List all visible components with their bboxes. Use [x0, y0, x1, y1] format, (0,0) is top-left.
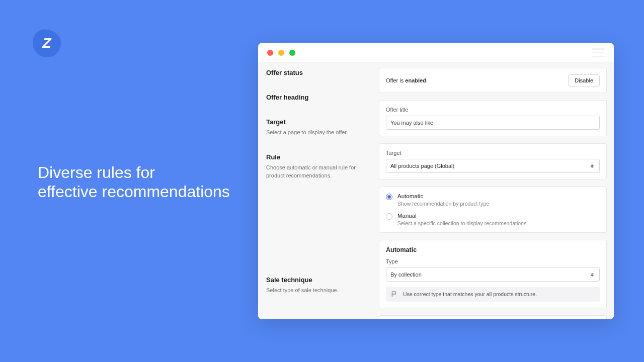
section-label: Offer heading	[266, 94, 371, 101]
status-value: enabled	[405, 77, 426, 83]
sale-technique-card: Type Cross Sell	[379, 315, 607, 319]
left-spacer	[266, 197, 371, 276]
section-header-rule: Rule Choose automatic or manual rule for…	[266, 153, 371, 179]
rule-automatic-desc: Show recommendation by product type	[397, 201, 489, 207]
hero-line-1: Diverse rules for	[38, 163, 230, 182]
disable-offer-button[interactable]: Disable	[568, 74, 600, 86]
automatic-type-label: Type	[386, 258, 600, 264]
offer-status-text: Offer is enabled.	[386, 77, 428, 83]
radio-icon	[386, 194, 392, 200]
status-suffix: .	[426, 77, 428, 83]
settings-content: Offer status Offer heading Target Select…	[258, 63, 614, 319]
offer-heading-card: Offer title	[379, 100, 607, 136]
close-window-button[interactable]	[267, 50, 273, 56]
offer-title-input[interactable]	[386, 116, 600, 130]
select-updown-icon	[589, 164, 595, 168]
rule-automatic-label: Automatic	[397, 193, 489, 199]
section-label: Sale technique	[266, 276, 371, 284]
zoom-window-button[interactable]	[289, 50, 295, 56]
automatic-type-select[interactable]: By collection	[386, 267, 600, 282]
automatic-settings-card: Automatic Type By collection Use correct…	[379, 240, 607, 308]
section-sub: Choose automatic or manual rule for prod…	[266, 164, 371, 179]
section-label: Target	[266, 118, 371, 126]
app-logo: Z	[33, 29, 61, 57]
section-label: Rule	[266, 153, 371, 161]
window-titlebar	[258, 43, 614, 63]
offer-title-label: Offer title	[386, 107, 600, 113]
section-header-offer-heading: Offer heading	[266, 94, 371, 101]
select-updown-icon	[589, 273, 595, 277]
rule-option-automatic[interactable]: Automatic Show recommendation by product…	[386, 193, 600, 207]
target-card: Target All products page (Global)	[379, 143, 607, 179]
hero-line-2: effective recommendations	[38, 182, 230, 201]
automatic-type-hint: Use correct type that matches your all p…	[386, 287, 600, 302]
rule-option-manual[interactable]: Manual Select a specific collection to d…	[386, 213, 600, 226]
section-sub: Select type of sale technique.	[266, 287, 371, 294]
target-select-value: All products page (Global)	[390, 163, 454, 169]
offer-status-card: Offer is enabled. Disable	[379, 68, 607, 93]
automatic-type-value: By collection	[390, 272, 422, 278]
section-sub: Select a page to display the offer.	[266, 129, 371, 136]
flag-icon	[391, 291, 398, 298]
radio-icon	[386, 213, 392, 220]
section-header-offer-status: Offer status	[266, 69, 371, 76]
section-header-target: Target Select a page to display the offe…	[266, 118, 371, 136]
logo-letter: Z	[33, 29, 61, 57]
menu-icon[interactable]	[592, 48, 605, 57]
rule-manual-desc: Select a specific collection to display …	[397, 220, 528, 226]
automatic-card-title: Automatic	[386, 246, 600, 253]
section-label: Offer status	[266, 69, 371, 76]
minimize-window-button[interactable]	[278, 50, 284, 56]
target-label: Target	[386, 150, 600, 156]
rule-card: Automatic Show recommendation by product…	[379, 187, 607, 233]
hero-headline: Diverse rules for effective recommendati…	[38, 163, 230, 202]
hint-text: Use correct type that matches your all p…	[403, 291, 537, 297]
target-select[interactable]: All products page (Global)	[386, 159, 600, 173]
app-window: Offer status Offer heading Target Select…	[258, 43, 614, 319]
settings-left-column: Offer status Offer heading Target Select…	[258, 63, 379, 319]
rule-manual-label: Manual	[397, 213, 528, 219]
settings-right-column: Offer is enabled. Disable Offer title Ta…	[379, 63, 614, 319]
section-header-sale-technique: Sale technique Select type of sale techn…	[266, 276, 371, 294]
status-prefix: Offer is	[386, 77, 405, 83]
